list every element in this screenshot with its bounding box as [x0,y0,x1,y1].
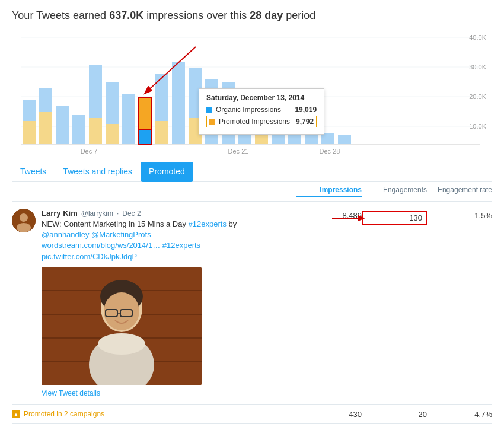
tooltip-date: Saturday, December 13, 2014 [206,94,317,102]
organic-label: Organic Impressions [216,106,289,114]
tweet-engrate-stat: 1.5% [427,211,492,220]
impressions-value: 637.0K [109,9,143,21]
svg-rect-16 [89,118,102,144]
tab-promoted[interactable]: Promoted [141,162,193,182]
organic-color-dot [206,107,212,113]
chart-tooltip: Saturday, December 13, 2014 Organic Impr… [199,88,324,135]
svg-rect-23 [155,121,168,144]
svg-rect-36 [338,135,351,144]
column-headers: Impressions Engagements Engagement rate [12,182,492,202]
tabs-bar: Tweets Tweets and replies Promoted [12,160,492,182]
tweet-row: Larry Kim @larrykim · Dec 2 NEW: Content… [12,202,492,405]
hashtag1-link[interactable]: #12experts [189,219,227,228]
svg-rect-21 [139,97,152,130]
mention2-link[interactable]: @MarketingProfs [91,230,151,239]
svg-text:Dec 28: Dec 28 [320,148,340,155]
days-value: 28 day [250,9,283,21]
page-title: Your Tweets earned 637.0K impressions ov… [12,9,492,22]
svg-rect-19 [122,94,135,144]
svg-rect-12 [39,112,52,144]
col-header-tweet [12,186,296,197]
hashtag2-link[interactable]: #12experts [162,241,200,250]
avatar-image [12,209,36,232]
col-header-engagement-rate[interactable]: Engagement rate [427,186,492,197]
promoted-campaigns-label: Promoted in 2 campaigns [24,410,104,418]
title-suffix: period [283,9,315,21]
svg-point-45 [17,223,31,232]
promoted-engagements: 20 [362,410,427,419]
title-prefix: Your Tweets earned [12,9,109,21]
promoted-icon: ▲ [12,410,20,418]
tweet-engagements-stat: 130 [362,211,427,225]
tweet-text-part2: by [227,219,237,228]
tweet-content: Larry Kim @larrykim · Dec 2 NEW: Content… [42,209,296,397]
title-middle: impressions over this [143,9,250,21]
tweet-url[interactable]: wordstream.com/blog/ws/2014/1… [42,241,160,250]
tweet-stats: 8,489 130 1.5% [296,209,492,225]
svg-point-59 [98,333,145,355]
svg-point-44 [20,213,28,222]
tweet-handle: @larrykim [81,209,113,218]
tweet-separator: · [117,209,119,218]
tweet-date: Dec 2 [122,209,141,218]
svg-rect-14 [72,115,85,144]
col-header-impressions[interactable]: Impressions [296,186,362,197]
promoted-badge: ▲ Promoted in 2 campaigns [12,410,296,418]
svg-text:Dec 21: Dec 21 [228,148,249,155]
svg-text:Dec 7: Dec 7 [81,148,98,155]
tweet-text: NEW: Content Marketing in 15 Mins a Day … [42,219,296,262]
view-tweet-details-link[interactable]: View Tweet details [42,389,296,397]
chart-area: 40.0K 30.0K 20.0K 10.0K [12,29,492,160]
tab-tweets[interactable]: Tweets [12,162,55,182]
organic-value: 19,019 [295,106,317,114]
svg-rect-24 [172,62,185,144]
tweet-author-line: Larry Kim @larrykim · Dec 2 [42,209,296,218]
tweet-image [42,267,202,385]
tooltip-organic-row: Organic Impressions 19,019 [206,106,317,114]
svg-line-42 [147,47,196,91]
svg-rect-18 [106,124,119,144]
tweet-pic-link[interactable]: pic.twitter.com/CDkJpkJdqP [42,252,137,261]
svg-point-54 [104,292,139,330]
promoted-engrate: 4.7% [427,410,492,419]
promoted-color-dot [209,119,215,125]
promoted-footer: ▲ Promoted in 2 campaigns 430 20 4.7% [12,405,492,424]
engagement-arrow [332,209,368,227]
col-header-engagements[interactable]: Engagements [362,186,427,197]
promoted-impressions: 430 [296,410,362,419]
page-container: Your Tweets earned 637.0K impressions ov… [0,0,504,433]
svg-rect-13 [56,106,69,144]
avatar [12,209,36,232]
tab-tweets-replies[interactable]: Tweets and replies [55,162,141,182]
tweet-author-name: Larry Kim [42,209,78,218]
promoted-label: Promoted Impressions [219,117,290,126]
tooltip-promoted-row: Promoted Impressions 9,792 [206,116,317,127]
tweet-text-part1: NEW: Content Marketing in 15 Mins a Day [42,219,189,228]
svg-rect-20 [139,130,152,144]
promoted-value: 9,792 [296,117,314,126]
mention1-link[interactable]: @annhandley [42,230,89,239]
tweet-photo [42,267,202,385]
svg-rect-10 [23,121,36,144]
